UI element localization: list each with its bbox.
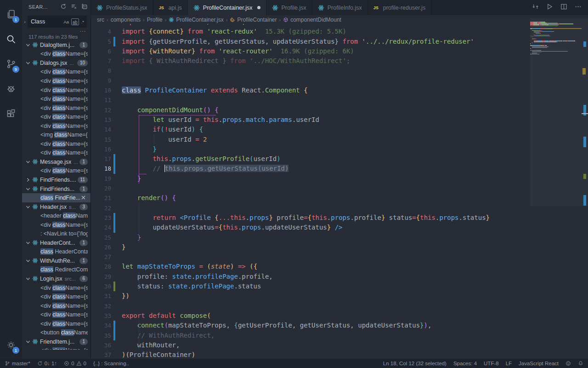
- code-line[interactable]: 10class ProfileContainer extends React.C…: [91, 86, 588, 95]
- search-result-match[interactable]: <div className={st...: [22, 167, 90, 176]
- code-line[interactable]: 16 }: [91, 144, 588, 154]
- extensions-icon[interactable]: [0, 103, 22, 124]
- code-line[interactable]: 6import {withRouter} from 'react-router'…: [91, 46, 588, 56]
- search-result-match[interactable]: <div className={st...: [22, 121, 90, 131]
- settings-gear-icon[interactable]: 1: [0, 334, 22, 356]
- tab-api.js[interactable]: JSapi.js: [153, 0, 188, 15]
- chevron-down-icon[interactable]: [26, 160, 32, 164]
- search-result-file[interactable]: DialogItem.j...1: [22, 40, 90, 50]
- statusbar-language-mode[interactable]: JavaScript React: [519, 361, 559, 366]
- code-line[interactable]: 22: [91, 203, 588, 213]
- search-result-match[interactable]: <div className={st...: [22, 149, 90, 158]
- code-line[interactable]: 28let mapStateToProps = (state) => ({: [91, 262, 588, 271]
- code-line[interactable]: 27: [91, 252, 588, 262]
- search-result-file[interactable]: Dialogs.jsx...10: [22, 58, 90, 68]
- chevron-right-icon[interactable]: [26, 178, 32, 182]
- regex-toggle[interactable]: .*: [80, 19, 85, 25]
- search-result-match[interactable]: <header className...: [22, 211, 90, 220]
- search-result-match[interactable]: <div className={st...: [22, 94, 90, 104]
- code-line[interactable]: 36 withRouter,: [91, 340, 588, 350]
- code-line[interactable]: 5import {getUserProfile, getUserStatus, …: [91, 37, 588, 46]
- breadcrumb-item-componentDidMount[interactable]: componentDidMount: [283, 17, 341, 23]
- search-result-file[interactable]: Header.jsxs...3: [22, 202, 90, 212]
- statusbar-cursor-position[interactable]: Ln 18, Col 12 (32 selected): [383, 361, 447, 366]
- code-line[interactable]: 35 // WithAuthRedirect,: [91, 331, 588, 340]
- search-result-match[interactable]: : <NavLink to={'/log...: [22, 229, 90, 238]
- code-line[interactable]: 19 }: [91, 174, 588, 184]
- code-line[interactable]: 17 this.props.getUserProfile(userId): [91, 154, 588, 164]
- clear-results-icon[interactable]: [71, 3, 77, 11]
- code-line[interactable]: 8: [91, 66, 588, 75]
- search-result-file[interactable]: FindFriends...1: [22, 184, 90, 194]
- chevron-down-icon[interactable]: [26, 187, 32, 191]
- split-editor-icon[interactable]: [560, 3, 567, 12]
- dismiss-match-icon[interactable]: [81, 195, 88, 201]
- breadcrumb-item-src[interactable]: src: [97, 17, 104, 23]
- code-line[interactable]: 24 updateUserStatus={this.props.updateUs…: [91, 223, 588, 232]
- search-result-file[interactable]: HeaderCont...1: [22, 238, 90, 247]
- statusbar-indentation[interactable]: Spaces: 4: [453, 361, 477, 366]
- search-result-file[interactable]: WithAuthRe...1: [22, 256, 90, 265]
- chevron-down-icon[interactable]: [26, 241, 32, 245]
- search-result-file[interactable]: FindFriends....11: [22, 175, 90, 184]
- refresh-icon[interactable]: [60, 3, 67, 11]
- search-result-match[interactable]: <div className={st...: [22, 86, 90, 95]
- code-line[interactable]: 15 userId = 2: [91, 135, 588, 144]
- statusbar-problems[interactable]: 00: [64, 361, 86, 366]
- code-line[interactable]: 34 connect(mapStateToProps, {getUserProf…: [91, 321, 588, 330]
- search-result-match[interactable]: <div className={st...: [22, 220, 90, 230]
- code-line[interactable]: 9: [91, 76, 588, 86]
- tab-ProfileStatus.jsx[interactable]: ProfileStatus.jsx: [91, 0, 153, 15]
- breadcrumb-item-ProfileContainer[interactable]: ProfileContainer: [230, 17, 277, 23]
- code-line[interactable]: 32: [91, 301, 588, 311]
- code-line[interactable]: 31}): [91, 291, 588, 301]
- search-result-match[interactable]: <div className={st...: [22, 68, 90, 77]
- search-result-file[interactable]: Message.jsx...1: [22, 157, 90, 167]
- run-icon[interactable]: [546, 3, 553, 12]
- search-result-match[interactable]: <div className={st...: [22, 319, 90, 328]
- code-line[interactable]: 29 profile: state.profilePage.profile,: [91, 272, 588, 282]
- search-result-match[interactable]: <div className={st...: [22, 104, 90, 113]
- search-result-match[interactable]: <div className={st...: [22, 50, 90, 59]
- toggle-search-details[interactable]: ...: [80, 27, 86, 33]
- statusbar-branch[interactable]: master*: [5, 361, 30, 366]
- chevron-down-icon[interactable]: [26, 276, 32, 281]
- whole-word-toggle[interactable]: ab: [71, 18, 79, 25]
- tab-ProfileInfo.jsx[interactable]: ProfileInfo.jsx: [312, 0, 368, 15]
- compare-changes-icon[interactable]: [532, 3, 539, 12]
- statusbar-sync[interactable]: 0↓ 1↑: [37, 361, 57, 366]
- minimap-slider[interactable]: [530, 18, 588, 206]
- search-input[interactable]: Class Aa ab .*: [28, 16, 87, 28]
- breadcrumb-item-Profile[interactable]: Profile: [147, 17, 163, 23]
- search-result-match[interactable]: <img className={s...: [22, 130, 90, 139]
- search-icon[interactable]: [0, 29, 22, 50]
- search-result-match[interactable]: <div className={st...: [22, 112, 90, 121]
- breadcrumb-item-ProfileContainer.jsx[interactable]: ProfileContainer.jsx: [169, 17, 223, 23]
- search-result-match[interactable]: <div className={st...: [22, 283, 90, 293]
- code-line[interactable]: 33export default compose(: [91, 311, 588, 321]
- more-actions-icon[interactable]: [575, 3, 582, 12]
- statusbar-feedback[interactable]: [565, 361, 571, 366]
- chevron-down-icon[interactable]: [26, 43, 32, 47]
- search-result-file[interactable]: Login.jsxsrc...6: [22, 274, 90, 283]
- code-line[interactable]: 12 componentDidMount() {: [91, 105, 588, 115]
- code-line[interactable]: 11: [91, 95, 588, 105]
- source-control-icon[interactable]: 9: [0, 53, 22, 75]
- search-result-file[interactable]: FriendItem.j...1: [22, 337, 90, 346]
- toggle-replace-chevron[interactable]: ›: [22, 19, 28, 24]
- code-line[interactable]: 13 let userId = this.props.match.params.…: [91, 115, 588, 125]
- statusbar-encoding[interactable]: UTF-8: [484, 361, 499, 366]
- code-line[interactable]: 7import { WithAuthRedirect } from '../HO…: [91, 56, 588, 66]
- collapse-all-icon[interactable]: [81, 3, 88, 11]
- search-result-match[interactable]: <div className={st...: [22, 76, 90, 86]
- code-line[interactable]: 25 }: [91, 233, 588, 242]
- search-result-match[interactable]: class FindFrie...: [22, 193, 90, 202]
- debug-icon[interactable]: [0, 78, 22, 99]
- statusbar-scanning[interactable]: {..} : Scanning..: [93, 361, 129, 366]
- tab-ProfileContainer.jsx[interactable]: ProfileContainer.jsx: [188, 0, 266, 15]
- tab-profile-reduser.js[interactable]: JSprofile-reduser.js: [368, 0, 431, 15]
- search-result-match[interactable]: <div className={st...: [22, 346, 90, 350]
- code-line[interactable]: 37)(ProfileContainer): [91, 350, 588, 359]
- breadcrumb-item-components[interactable]: components: [111, 17, 141, 23]
- code-line[interactable]: 18 // this.props.getUserStatus(userId): [91, 164, 588, 173]
